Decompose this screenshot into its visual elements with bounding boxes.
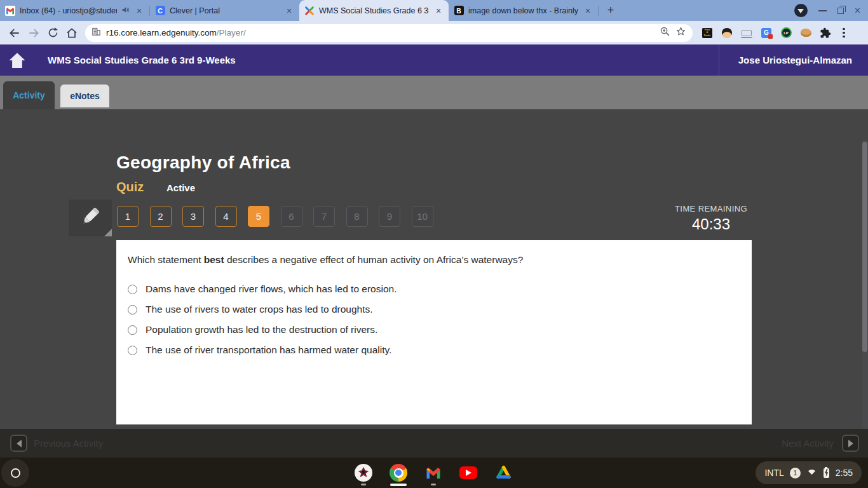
question-3-button[interactable]: 3 <box>182 206 204 227</box>
course-header: WMS Social Studies Grade 6 3rd 9-Weeks J… <box>0 44 868 76</box>
tab-close-icon[interactable]: × <box>433 6 444 16</box>
deals-extension-icon[interactable]: Free&Deals <box>702 27 713 39</box>
question-text: Which statement best describes a negativ… <box>116 240 752 266</box>
minimize-icon[interactable] <box>818 10 827 11</box>
tan-extension-icon[interactable] <box>800 27 811 39</box>
question-card: Which statement best describes a negativ… <box>116 240 752 424</box>
window-controls: × <box>794 0 868 21</box>
tab-close-icon[interactable]: × <box>284 6 294 16</box>
edgenuity-player: WMS Social Studies Grade 6 3rd 9-Weeks J… <box>0 44 868 458</box>
player-tab-bar: Activity eNotes <box>0 76 868 109</box>
question-7-button: 7 <box>313 206 335 227</box>
answer-option[interactable]: Population growth has led to the destruc… <box>116 320 752 340</box>
tab-audio-icon[interactable] <box>121 6 130 16</box>
status-tray[interactable]: INTL 1 2:55 <box>756 461 862 484</box>
google-drive-app-icon[interactable] <box>494 463 513 482</box>
radio-button[interactable] <box>128 285 137 294</box>
quiz-status-label: Active <box>166 182 195 193</box>
edgenuity-favicon-icon <box>304 6 315 16</box>
answer-option[interactable]: Dams have changed river flows, which has… <box>116 279 752 299</box>
timer-value: 40:33 <box>661 215 761 233</box>
home-icon[interactable] <box>62 24 81 43</box>
tab-edgenuity-active[interactable]: WMS Social Studies Grade 6 3rd × <box>299 0 449 21</box>
translate-extension-icon[interactable]: G <box>761 27 772 39</box>
gmail-app-icon[interactable] <box>424 463 443 482</box>
site-info-icon[interactable] <box>92 27 101 39</box>
tab-enotes[interactable]: eNotes <box>60 85 109 107</box>
forward-icon[interactable] <box>24 24 43 43</box>
extension-icons: Free&Deals G LP <box>702 27 831 39</box>
pencil-icon <box>77 203 104 233</box>
previous-activity-button[interactable] <box>10 435 27 452</box>
lp-extension-icon[interactable]: LP <box>780 27 792 39</box>
question-6-button: 6 <box>281 206 302 227</box>
notification-count-badge[interactable]: 1 <box>790 468 801 478</box>
running-indicator <box>431 484 436 485</box>
tab-title: WMS Social Studies Grade 6 3rd <box>319 6 429 15</box>
brainly-favicon-icon: B <box>454 6 464 16</box>
radio-button[interactable] <box>128 325 137 335</box>
tab-gmail-inbox[interactable]: Inbox (64) - uriostjo@studen × <box>0 0 149 21</box>
avatar-extension-icon[interactable] <box>721 27 733 39</box>
arrow-right-icon <box>848 440 853 447</box>
keyboard-layout-label[interactable]: INTL <box>764 468 783 478</box>
question-2-button[interactable]: 2 <box>150 206 172 227</box>
answer-option-label: The use of rivers to water crops has led… <box>146 304 373 315</box>
bookmark-star-icon[interactable] <box>675 26 686 39</box>
tab-close-icon[interactable]: × <box>134 6 144 16</box>
zoom-icon[interactable] <box>660 26 670 39</box>
laptop-extension-icon[interactable] <box>741 27 752 39</box>
scrollbar-thumb[interactable] <box>862 142 867 352</box>
browser-toolbar: r16.core.learn.edgenuity.com/Player/ Fre… <box>0 21 868 44</box>
tab-clever-portal[interactable]: C Clever | Portal × <box>150 0 299 21</box>
question-5-button[interactable]: 5 <box>248 206 269 227</box>
question-10-button: 10 <box>412 206 433 227</box>
shelf-apps <box>354 463 513 482</box>
school-app-icon[interactable] <box>354 463 373 482</box>
user-name[interactable]: Jose Uriostegui-Almazan <box>719 44 852 76</box>
options-list: Dams have changed river flows, which has… <box>116 279 752 360</box>
reload-icon[interactable] <box>43 24 62 43</box>
radio-button[interactable] <box>128 305 137 315</box>
clever-favicon-icon: C <box>155 6 165 16</box>
battery-charging-icon <box>824 468 829 478</box>
quiz-type-label: Quiz <box>116 180 144 194</box>
arrow-left-icon <box>17 440 22 447</box>
close-window-icon[interactable]: × <box>855 6 860 16</box>
launcher-icon <box>11 468 20 478</box>
wifi-icon <box>806 467 817 479</box>
timer: TIME REMAINING 40:33 <box>661 204 761 233</box>
previous-activity-label[interactable]: Previous Activity <box>34 429 103 458</box>
clock-label: 2:55 <box>836 468 853 478</box>
chrome-app-icon[interactable] <box>389 463 408 482</box>
tab-activity[interactable]: Activity <box>3 81 55 109</box>
question-8-button: 8 <box>346 206 368 227</box>
question-4-button[interactable]: 4 <box>215 206 237 227</box>
home-button[interactable] <box>6 48 28 72</box>
answer-option-label: Dams have changed river flows, which has… <box>146 283 397 295</box>
question-1-button[interactable]: 1 <box>117 206 139 227</box>
new-tab-button[interactable]: + <box>602 2 619 18</box>
back-icon[interactable] <box>5 24 24 43</box>
next-activity-label[interactable]: Next Activity <box>782 429 834 458</box>
answer-option[interactable]: The use of river transportation has harm… <box>116 340 752 360</box>
radio-button[interactable] <box>128 346 137 355</box>
extensions-puzzle-icon[interactable] <box>820 27 831 39</box>
question-9-button: 9 <box>379 206 400 227</box>
address-bar[interactable]: r16.core.learn.edgenuity.com/Player/ <box>85 24 693 42</box>
activity-content: Geography of Africa Quiz Active 12345678… <box>0 109 868 429</box>
youtube-app-icon[interactable] <box>459 463 478 482</box>
profile-avatar[interactable] <box>794 4 808 17</box>
answer-option[interactable]: The use of rivers to water crops has led… <box>116 299 752 320</box>
restore-window-icon[interactable] <box>837 8 844 14</box>
quiz-title: Geography of Africa <box>116 152 290 173</box>
browser-menu-icon[interactable] <box>839 28 849 38</box>
next-activity-button[interactable] <box>842 435 859 452</box>
tab-title: Inbox (64) - uriostjo@studen <box>20 6 117 15</box>
launcher-button[interactable] <box>1 459 29 487</box>
tab-title: image down below thx - Brainly. <box>468 6 578 15</box>
tab-brainly[interactable]: B image down below thx - Brainly. × <box>449 0 598 21</box>
highlighter-tool-button[interactable] <box>69 200 112 236</box>
tab-close-icon[interactable]: × <box>583 6 593 16</box>
tab-title: Clever | Portal <box>170 6 280 15</box>
